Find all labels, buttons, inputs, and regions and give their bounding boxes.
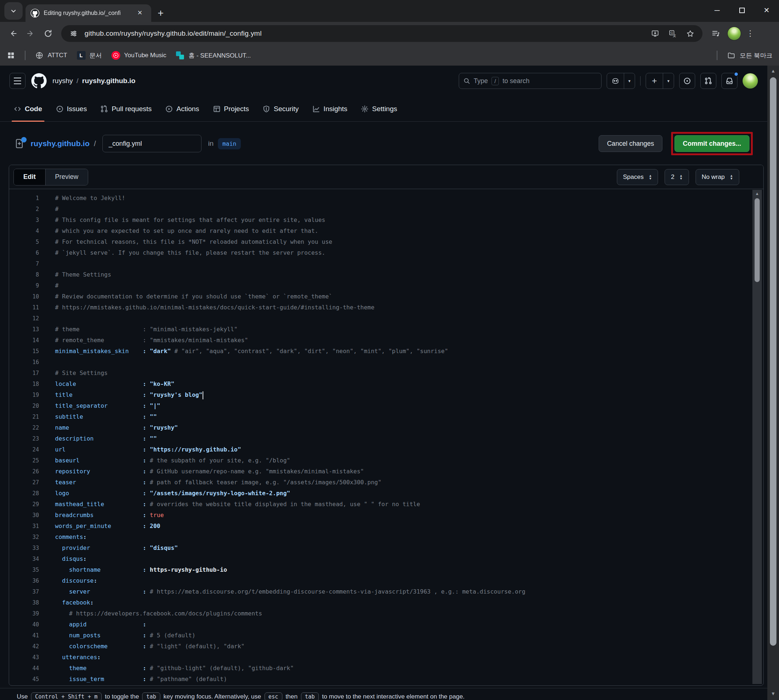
code-line[interactable]: 7: [9, 258, 763, 269]
editor-scroll-up-icon[interactable]: ▲: [755, 190, 759, 197]
indent-mode-select[interactable]: Spaces ▲▼: [617, 169, 658, 185]
back-button[interactable]: [5, 25, 21, 42]
code-line[interactable]: 19title : "ruyshy's blog": [9, 390, 763, 400]
code-line[interactable]: 40 appid :: [9, 619, 763, 630]
tab-actions[interactable]: Actions: [160, 96, 205, 121]
code-lines[interactable]: 1# Welcome to Jekyll!2#3# This config fi…: [9, 189, 763, 685]
plus-icon[interactable]: +: [646, 73, 663, 88]
code-editor-area[interactable]: 1# Welcome to Jekyll!2#3# This config fi…: [9, 189, 763, 686]
code-line[interactable]: 6# `jekyll serve`. If you change this fi…: [9, 247, 763, 258]
tab-preview[interactable]: Preview: [45, 169, 88, 185]
repo-name-link[interactable]: ruyshy.github.io: [82, 77, 135, 85]
scrollbar-thumb[interactable]: [770, 77, 776, 646]
code-line[interactable]: 10# Review documentation to determine if…: [9, 291, 763, 302]
new-tab-button[interactable]: +: [153, 6, 168, 20]
media-controls-icon[interactable]: [707, 25, 724, 42]
code-line[interactable]: 9#: [9, 280, 763, 291]
code-line[interactable]: 15minimal_mistakes_skin : "dark" # "air"…: [9, 346, 763, 357]
code-line[interactable]: 34 disqus:: [9, 553, 763, 565]
create-new-caret[interactable]: ▼: [663, 73, 674, 88]
code-line[interactable]: 4# which you are expected to set up once…: [9, 225, 763, 237]
hamburger-menu-button[interactable]: [10, 73, 25, 89]
code-line[interactable]: 35 shortname : https-ruyshy-github-io: [9, 565, 763, 575]
copilot-button[interactable]: ▼: [607, 73, 635, 89]
minimize-button[interactable]: ─: [705, 0, 729, 20]
tab-issues[interactable]: Issues: [50, 96, 93, 121]
code-line[interactable]: 25baseurl : # the subpath of your site, …: [9, 455, 763, 466]
all-bookmarks-button[interactable]: 모든 북마크: [727, 51, 772, 60]
code-line[interactable]: 43 utterances:: [9, 652, 763, 663]
code-line[interactable]: 39 # https://developers.facebook.com/doc…: [9, 608, 763, 619]
reload-button[interactable]: [40, 25, 56, 42]
bookmark-docs[interactable]: L 문서: [77, 51, 102, 60]
apps-grid-icon[interactable]: [7, 51, 15, 60]
inbox-button[interactable]: [721, 73, 737, 89]
code-line[interactable]: 44 theme : # "github-light" (default), "…: [9, 663, 763, 674]
scroll-up-icon[interactable]: ▲: [771, 66, 776, 76]
commit-changes-button[interactable]: Commit changes...: [674, 135, 749, 152]
maximize-button[interactable]: [729, 0, 754, 20]
browser-profile-avatar[interactable]: [727, 27, 741, 40]
code-line[interactable]: 16: [9, 357, 763, 368]
filename-input[interactable]: _config.yml: [102, 135, 201, 152]
page-scrollbar[interactable]: ▲ ▼: [767, 66, 779, 700]
code-line[interactable]: 31words_per_minute : 200: [9, 521, 763, 532]
code-line[interactable]: 27teaser : # path of fallback teaser ima…: [9, 477, 763, 488]
editor-scrollbar[interactable]: ▲: [752, 190, 762, 684]
code-line[interactable]: 38 facebook:: [9, 597, 763, 608]
tab-settings[interactable]: Settings: [355, 96, 403, 121]
bookmark-youtube-music[interactable]: YouTube Music: [112, 51, 166, 60]
code-line[interactable]: 41 num_posts : # 5 (default): [9, 630, 763, 641]
tab-pull-requests[interactable]: Pull requests: [95, 96, 157, 121]
code-line[interactable]: 2#: [9, 204, 763, 215]
code-line[interactable]: 21subtitle : "": [9, 412, 763, 422]
code-line[interactable]: 5# For technical reasons, this file is *…: [9, 237, 763, 247]
code-line[interactable]: 32comments:: [9, 532, 763, 543]
pull-requests-button[interactable]: [700, 73, 716, 89]
url-text[interactable]: github.com/ruyshy/ruyshy.github.io/edit/…: [85, 30, 644, 38]
bookmark-attct[interactable]: ATTCT: [35, 51, 67, 60]
code-line[interactable]: 22name : "ruyshy": [9, 422, 763, 433]
code-line[interactable]: 1# Welcome to Jekyll!: [9, 193, 763, 204]
code-line[interactable]: 24url : "https://ruyshy.github.io": [9, 444, 763, 455]
wrap-mode-select[interactable]: No wrap ▲▼: [696, 169, 739, 185]
code-line[interactable]: 23description : "": [9, 433, 763, 444]
browser-tab-active[interactable]: Editing ruyshy.github.io/_confi ×: [25, 4, 151, 22]
scroll-down-icon[interactable]: ▼: [771, 688, 776, 698]
code-line[interactable]: 12: [9, 313, 763, 324]
tab-search-button[interactable]: [4, 2, 23, 20]
tab-insights[interactable]: Insights: [307, 96, 353, 121]
issues-button[interactable]: [679, 73, 695, 89]
site-info-icon[interactable]: [67, 27, 80, 40]
code-line[interactable]: 45 issue_term : # "pathname" (default): [9, 674, 763, 685]
code-line[interactable]: 3# This config file is meant for setting…: [9, 215, 763, 225]
user-avatar[interactable]: [742, 73, 758, 88]
copilot-icon[interactable]: [607, 73, 624, 88]
chrome-menu-icon[interactable]: ⋮: [745, 29, 756, 38]
code-line[interactable]: 30breadcrumbs : true: [9, 510, 763, 521]
editor-scrollbar-thumb[interactable]: [755, 198, 760, 282]
owner-link[interactable]: ruyshy: [52, 77, 73, 85]
tab-projects[interactable]: Projects: [207, 96, 255, 121]
bookmark-home[interactable]: 홈 - SEEANNSOLUT...: [176, 51, 251, 60]
breadcrumb-repo-link[interactable]: ruyshy.github.io: [31, 139, 90, 148]
forward-button[interactable]: [23, 25, 38, 42]
code-line[interactable]: 28logo : "/assets/images/ruyshy-logo-whi…: [9, 488, 763, 499]
github-logo-icon[interactable]: [31, 73, 47, 88]
tab-edit[interactable]: Edit: [14, 169, 45, 185]
url-bar[interactable]: github.com/ruyshy/ruyshy.github.io/edit/…: [61, 25, 702, 42]
install-icon[interactable]: [649, 27, 662, 40]
code-line[interactable]: 42 colorscheme : # "light" (default), "d…: [9, 641, 763, 652]
code-line[interactable]: 11# https://mmistakes.github.io/minimal-…: [9, 302, 763, 313]
code-line[interactable]: 26repository : # GitHub username/repo-na…: [9, 466, 763, 477]
indent-size-select[interactable]: 2 ▲▼: [664, 169, 689, 185]
tab-code[interactable]: Code: [8, 96, 48, 121]
tab-security[interactable]: Security: [257, 96, 305, 121]
global-search-input[interactable]: Type / to search: [459, 73, 602, 89]
code-line[interactable]: 33 provider : "disqus": [9, 543, 763, 553]
branch-badge[interactable]: main: [218, 138, 241, 149]
bookmark-star-icon[interactable]: [684, 27, 697, 40]
tab-close-icon[interactable]: ×: [136, 9, 144, 17]
code-line[interactable]: 36 discourse:: [9, 575, 763, 586]
code-line[interactable]: 17# Site Settings: [9, 368, 763, 378]
